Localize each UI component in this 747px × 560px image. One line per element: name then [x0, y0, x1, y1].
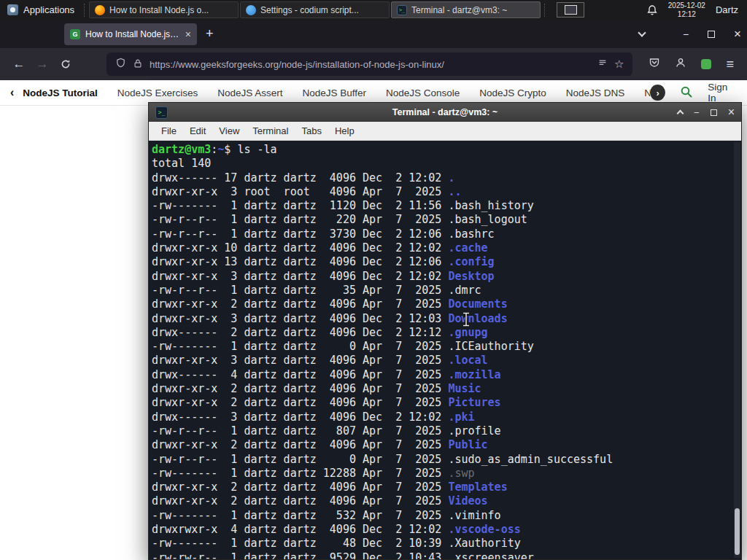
nav-scroll-left-icon[interactable]: ‹: [10, 86, 14, 99]
search-icon[interactable]: [680, 85, 693, 101]
file-name: Music: [448, 382, 481, 395]
file-attributes: drwx------ 17 dartz dartz 4096 Dec 2 12:…: [152, 171, 448, 184]
file-name: .viminfo: [448, 509, 500, 522]
file-attributes: -rw------- 1 dartz dartz 12288 Apr 7 202…: [152, 467, 448, 480]
file-attributes: drwxr-xr-x 2 dartz dartz 4096 Apr 7 2025: [152, 438, 448, 451]
terminal-menu-item[interactable]: Help: [328, 124, 361, 138]
file-name: .local: [448, 354, 487, 367]
file-attributes: drwxr-xr-x 10 dartz dartz 4096 Dec 2 12:…: [152, 241, 448, 254]
file-attributes: drwxr-xr-x 3 dartz dartz 4096 Dec 2 12:0…: [152, 270, 448, 283]
panel-username[interactable]: Dartz: [716, 4, 738, 15]
file-attributes: -rw-rw-r-- 1 dartz dartz 9529 Dec 2 10:4…: [152, 551, 448, 559]
extension-icon[interactable]: [701, 59, 711, 69]
file-name: .mozilla: [448, 368, 500, 381]
file-name: .config: [448, 255, 494, 268]
gfg-nav-item[interactable]: NodeJS Assert: [217, 88, 282, 98]
terminal-output-line: drwxr-xr-x 2 dartz dartz 4096 Apr 7 2025…: [152, 438, 741, 452]
terminal-menu-item[interactable]: Edit: [183, 124, 212, 138]
panel-window-button[interactable]: Terminal - dartz@vm3: ~: [391, 1, 541, 18]
gfg-nav-item[interactable]: NodeJS Tutorial: [23, 88, 98, 98]
file-attributes: -rw-r--r-- 1 dartz dartz 3730 Dec 2 12:0…: [152, 228, 448, 241]
terminal-output-line: drwx------ 4 dartz dartz 4096 Apr 7 2025…: [152, 368, 741, 382]
file-name: .sudo_as_admin_successful: [448, 453, 613, 466]
reader-mode-icon[interactable]: [597, 58, 608, 71]
terminal-output-line: drwx------ 2 dartz dartz 4096 Dec 2 12:1…: [152, 326, 741, 340]
new-tab-button[interactable]: +: [206, 26, 214, 42]
terminal-output-line: drwxrwxr-x 4 dartz dartz 4096 Dec 2 12:0…: [152, 523, 741, 537]
terminal-output-line: drwxr-xr-x 2 dartz dartz 4096 Apr 7 2025…: [152, 382, 741, 396]
terminal-menu-item[interactable]: Tabs: [295, 124, 328, 138]
terminal-output-line: -rw------- 1 dartz dartz 1120 Dec 2 11:5…: [152, 199, 741, 213]
gfg-nav-item[interactable]: NodeJS DNS: [566, 88, 624, 98]
pocket-icon[interactable]: [649, 57, 660, 71]
file-name: .swp: [448, 467, 474, 480]
nav-scroll-right-icon[interactable]: ›: [650, 85, 665, 101]
sign-in-button[interactable]: Sign In: [708, 82, 737, 104]
gfg-nav-item[interactable]: NodeJS Buffer: [302, 88, 366, 98]
terminal-titlebar[interactable]: Terminal - dartz@vm3: ~ − ×: [149, 103, 741, 122]
back-button[interactable]: ←: [7, 53, 31, 75]
browser-tab[interactable]: How to Install Node.js on... ×: [64, 23, 197, 45]
gfg-nav-item[interactable]: NodeJS Crypto: [479, 88, 546, 98]
terminal-output-line: -rw-r--r-- 1 dartz dartz 0 Apr 7 2025 .s…: [152, 453, 741, 467]
terminal-menu-item[interactable]: File: [155, 124, 183, 138]
gfg-nav-item[interactable]: NodeJS Console: [386, 88, 460, 98]
terminal-output-line: drwxr-xr-x 3 root root 4096 Apr 7 2025 .…: [152, 185, 741, 199]
window-button-icon: [246, 5, 256, 15]
applications-menu[interactable]: Applications: [0, 0, 82, 20]
list-all-tabs-icon[interactable]: [638, 28, 646, 36]
close-button[interactable]: ×: [734, 27, 741, 42]
file-attributes: -rw-r--r-- 1 dartz dartz 0 Apr 7 2025: [152, 453, 448, 466]
workspace-pager[interactable]: [557, 2, 584, 18]
file-name: .bashrc: [448, 228, 494, 241]
geeksforgeeks-favicon: [70, 29, 80, 39]
panel-window-button[interactable]: How to Install Node.js o...: [89, 1, 239, 18]
tracking-shield-icon[interactable]: [115, 58, 126, 71]
terminal-menu-item[interactable]: Terminal: [246, 124, 295, 138]
terminal-close-button[interactable]: ×: [728, 106, 735, 119]
url-text[interactable]: https://www.geeksforgeeks.org/node-js/in…: [150, 59, 591, 70]
gfg-nav-item[interactable]: NodeJS Exercises: [117, 88, 198, 98]
gfg-nav-item[interactable]: Node: [644, 88, 650, 98]
file-name: .vscode-oss: [448, 523, 520, 536]
account-icon[interactable]: [675, 57, 686, 71]
terminal-output-line: drwx------ 3 dartz dartz 4096 Dec 2 12:0…: [152, 411, 741, 424]
file-name: Videos: [448, 494, 487, 508]
file-attributes: drwx------ 3 dartz dartz 4096 Dec 2 12:0…: [152, 411, 448, 424]
reload-button[interactable]: [54, 53, 77, 75]
lock-icon[interactable]: [133, 58, 143, 71]
maximize-button[interactable]: [708, 31, 715, 38]
terminal-maximize-button[interactable]: [711, 109, 717, 116]
terminal-output-line: -rw-r--r-- 1 dartz dartz 35 Apr 7 2025 .…: [152, 284, 741, 298]
file-name: Templates: [448, 481, 507, 494]
panel-separator: [544, 4, 547, 17]
file-name: ..: [448, 185, 461, 198]
terminal-scrollbar-thumb[interactable]: [735, 508, 740, 555]
notification-bell-icon[interactable]: [646, 4, 658, 16]
terminal-output-line: drwxr-xr-x 2 dartz dartz 4096 Apr 7 2025…: [152, 494, 741, 508]
tab-close-icon[interactable]: ×: [185, 29, 191, 39]
minimize-button[interactable]: −: [683, 28, 689, 40]
url-bar[interactable]: https://www.geeksforgeeks.org/node-js/in…: [107, 52, 632, 76]
file-name: Desktop: [448, 270, 494, 283]
file-attributes: -rw-r--r-- 1 dartz dartz 220 Apr 7 2025: [152, 213, 448, 226]
prompt-user-host: dartz@vm3: [152, 143, 211, 156]
terminal-output-line: -rw------- 1 dartz dartz 0 Apr 7 2025 .I…: [152, 340, 741, 354]
menu-icon[interactable]: ≡: [726, 57, 734, 72]
shade-button[interactable]: [677, 110, 684, 117]
panel-clock[interactable]: 2025-12-02 12:12: [668, 1, 705, 19]
prompt-colon: :: [211, 143, 217, 156]
terminal-output-line: drwxr-xr-x 13 dartz dartz 4096 Dec 2 12:…: [152, 255, 741, 269]
forward-button[interactable]: →: [31, 53, 54, 75]
bookmark-star-icon[interactable]: ☆: [614, 58, 624, 71]
terminal-body[interactable]: dartz@vm3:~$ ls -la total 140 drwx------…: [149, 141, 741, 559]
panel-window-button[interactable]: Settings - codium script...: [240, 1, 390, 18]
terminal-menu-item[interactable]: View: [212, 124, 246, 138]
terminal-output-line: -rw-rw-r-- 1 dartz dartz 9529 Dec 2 10:4…: [152, 551, 741, 559]
terminal-minimize-button[interactable]: −: [694, 107, 700, 118]
desktop-panel: Applications How to Install Node.js o...…: [0, 0, 747, 20]
terminal-output-line: -rw------- 1 dartz dartz 12288 Apr 7 202…: [152, 467, 741, 481]
window-button-title: How to Install Node.js o...: [109, 5, 209, 15]
terminal-scrollbar[interactable]: [734, 142, 740, 558]
file-attributes: -rw------- 1 dartz dartz 532 Apr 7 2025: [152, 509, 448, 522]
